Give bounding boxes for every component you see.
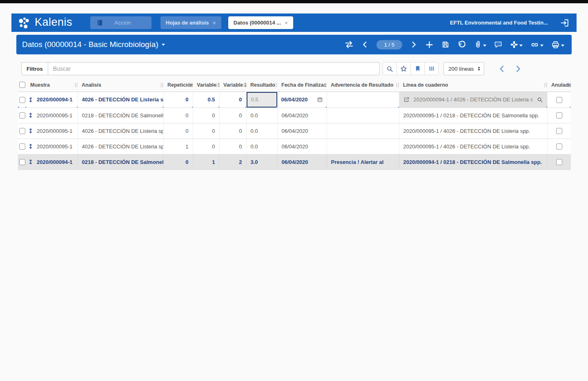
columns-button[interactable] [424, 62, 439, 75]
column-header-variable1[interactable]: Variable 1 [193, 78, 219, 92]
analisis-cell[interactable]: 0218 - DETECCIÓN DE Salmonella [78, 108, 163, 123]
linea-cell[interactable]: 2020/000095-1 / 4026 - DETECCIÓN DE List… [399, 139, 547, 154]
note-button[interactable] [494, 40, 502, 49]
column-resize-handle[interactable] [568, 83, 570, 87]
save-button[interactable] [441, 40, 450, 49]
analisis-cell[interactable]: 4026 - DETECCIÓN DE Listeria spp. [78, 139, 163, 154]
column-header-variable2[interactable]: Variable 2 [219, 78, 246, 92]
row-checkbox[interactable] [19, 112, 25, 119]
column-header-linea[interactable]: Línea de cuaderno [399, 78, 547, 92]
fecha-cell[interactable]: 06/04/2020 [277, 139, 327, 154]
repeticion-cell[interactable]: 0 [163, 154, 193, 170]
drag-handle-icon[interactable] [27, 112, 34, 119]
advertencia-cell[interactable] [327, 139, 399, 154]
record-pager[interactable]: 1 / 5 [376, 40, 402, 49]
advertencia-cell[interactable]: Presencia ! Alertar al [327, 154, 399, 170]
column-header-advertencia[interactable]: Advertencia de Resultado [327, 78, 399, 92]
previous-page-button[interactable] [498, 65, 506, 73]
column-resize-handle[interactable] [161, 83, 163, 87]
view-title-menu[interactable]: Datos (00000014 - Basic Microbiología) [22, 40, 165, 49]
variable1-cell[interactable]: 1 [193, 154, 219, 170]
search-record-icon[interactable] [537, 96, 543, 103]
table-row[interactable]: 2020/000094-1 4026 - DETECCIÓN DE Lister… [18, 92, 571, 108]
resultado-input[interactable] [247, 92, 277, 108]
print-button[interactable] [551, 40, 564, 49]
tab-hojas-de-analisis[interactable]: Hojas de análisis × [160, 16, 221, 29]
table-row[interactable]: 2020/000095-1 0218 - DETECCIÓN DE Salmon… [18, 108, 571, 123]
column-resize-handle[interactable] [217, 83, 219, 87]
variable1-cell[interactable]: 0 [193, 123, 219, 139]
column-resize-handle[interactable] [275, 83, 277, 87]
column-resize-handle[interactable] [244, 83, 246, 87]
attachment-button[interactable] [474, 40, 486, 49]
variable2-cell[interactable]: 2 [219, 154, 246, 170]
linea-cell[interactable]: 2020/000095-1 / 4026 - DETECCIÓN DE List… [399, 123, 547, 139]
new-record-button[interactable] [425, 40, 434, 49]
column-resize-handle[interactable] [396, 83, 399, 87]
switch-view-button[interactable] [345, 40, 354, 49]
drag-handle-icon[interactable] [27, 143, 34, 150]
row-checkbox[interactable] [19, 97, 25, 103]
anulado-checkbox[interactable] [556, 112, 562, 119]
reload-undo-button[interactable] [457, 40, 466, 49]
resultado-cell[interactable]: 0.0 [246, 123, 277, 139]
resultado-cell[interactable]: 0.0 [246, 139, 277, 154]
variable2-cell[interactable]: 0 [219, 92, 246, 108]
repeticion-cell[interactable]: 0 [163, 108, 193, 123]
repeticion-cell[interactable]: 0 [163, 92, 193, 108]
analisis-cell[interactable]: 0218 - DETECCIÓN DE Salmonella [78, 154, 163, 170]
fecha-cell[interactable]: 06/04/2020 [277, 123, 327, 139]
next-record-button[interactable] [410, 41, 417, 48]
logout-icon[interactable] [560, 18, 569, 27]
relate-button[interactable] [530, 40, 543, 49]
column-header-fecha[interactable]: Fecha de Finalización [277, 78, 327, 92]
column-header-anulado[interactable]: Anulado [547, 78, 571, 92]
select-all-checkbox[interactable] [19, 82, 25, 88]
advertencia-cell[interactable] [327, 123, 399, 139]
drag-handle-icon[interactable] [27, 96, 34, 103]
column-resize-handle[interactable] [75, 83, 77, 87]
column-resize-handle[interactable] [545, 83, 547, 87]
column-header-repeticion[interactable]: Repetición [163, 78, 193, 92]
row-checkbox[interactable] [19, 143, 25, 150]
kalenis-logo[interactable]: Kalenis [16, 16, 72, 30]
tab-close-icon[interactable]: × [213, 20, 216, 26]
open-record-icon[interactable] [403, 96, 410, 103]
tab-close-icon[interactable]: × [285, 20, 288, 26]
filters-button[interactable]: Filtros [21, 62, 48, 75]
repeticion-cell[interactable]: 1 [163, 139, 193, 154]
resultado-cell[interactable]: 0.0 [246, 108, 277, 123]
anulado-checkbox[interactable] [556, 159, 562, 165]
anulado-checkbox[interactable] [556, 128, 562, 134]
variable2-cell[interactable]: 0 [219, 139, 246, 154]
repeticion-cell[interactable]: 0 [163, 123, 193, 139]
column-resize-handle[interactable] [190, 83, 192, 87]
search-button[interactable] [383, 62, 397, 75]
table-row[interactable]: 2020/000094-1 0218 - DETECCIÓN DE Salmon… [18, 154, 571, 170]
next-page-button[interactable] [514, 65, 522, 73]
previous-record-button[interactable] [361, 41, 369, 48]
tab-datos[interactable]: Datos (00000014 ... × [228, 16, 294, 29]
accion-button[interactable]: Acción [90, 16, 151, 29]
variable2-cell[interactable]: 0 [219, 123, 246, 139]
column-header-resultado[interactable]: Resultado [246, 78, 277, 92]
analisis-cell[interactable]: 4026 - DETECCIÓN DE Listeria spp. [78, 123, 163, 139]
column-header-analisis[interactable]: Analisis [78, 78, 163, 92]
variable1-cell[interactable]: 0 [193, 108, 219, 123]
column-header-muestra[interactable]: Muestra [26, 78, 78, 92]
drag-handle-icon[interactable] [27, 159, 34, 165]
advertencia-cell[interactable] [327, 108, 399, 123]
calendar-icon[interactable] [317, 96, 323, 103]
resultado-cell[interactable]: 3.0 [246, 154, 277, 170]
table-row[interactable]: 2020/000095-1 4026 - DETECCIÓN DE Lister… [18, 139, 571, 154]
favorite-star-button[interactable] [396, 62, 411, 75]
linea-cell[interactable]: 2020/000095-1 / 0218 - DETECCIÓN DE Salm… [399, 108, 547, 123]
bookmark-button[interactable] [410, 62, 425, 75]
drag-handle-icon[interactable] [27, 128, 34, 134]
anulado-checkbox[interactable] [556, 143, 562, 150]
action-launcher-button[interactable] [510, 40, 523, 49]
search-input[interactable] [48, 62, 380, 75]
row-checkbox[interactable] [19, 128, 25, 134]
linea-cell[interactable]: 2020/000094-1 / 0218 - DETECCIÓN DE Salm… [399, 154, 547, 170]
analisis-cell[interactable]: 4026 - DETECCIÓN DE Listeria spp. [78, 92, 163, 108]
